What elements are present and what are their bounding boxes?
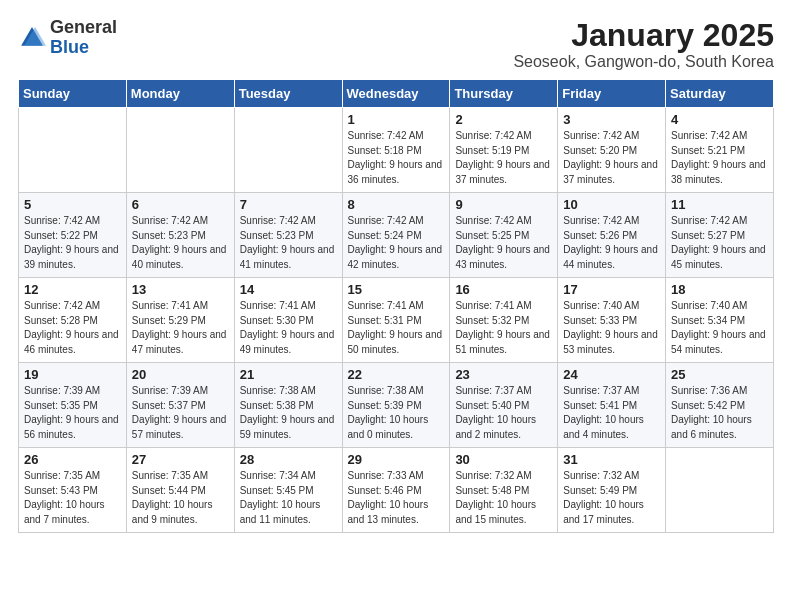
day-number: 4: [671, 112, 768, 127]
logo-text: General Blue: [50, 18, 117, 58]
day-number: 21: [240, 367, 337, 382]
calendar-week-row: 26Sunrise: 7:35 AM Sunset: 5:43 PM Dayli…: [19, 448, 774, 533]
table-row: 2Sunrise: 7:42 AM Sunset: 5:19 PM Daylig…: [450, 108, 558, 193]
table-row: 24Sunrise: 7:37 AM Sunset: 5:41 PM Dayli…: [558, 363, 666, 448]
logo-general: General: [50, 17, 117, 37]
day-number: 23: [455, 367, 552, 382]
day-content: Sunrise: 7:41 AM Sunset: 5:32 PM Dayligh…: [455, 299, 552, 357]
day-content: Sunrise: 7:41 AM Sunset: 5:31 PM Dayligh…: [348, 299, 445, 357]
table-row: 28Sunrise: 7:34 AM Sunset: 5:45 PM Dayli…: [234, 448, 342, 533]
table-row: 18Sunrise: 7:40 AM Sunset: 5:34 PM Dayli…: [666, 278, 774, 363]
table-row: 5Sunrise: 7:42 AM Sunset: 5:22 PM Daylig…: [19, 193, 127, 278]
col-thursday: Thursday: [450, 80, 558, 108]
day-content: Sunrise: 7:42 AM Sunset: 5:26 PM Dayligh…: [563, 214, 660, 272]
header: General Blue January 2025 Seoseok, Gangw…: [18, 18, 774, 71]
day-content: Sunrise: 7:39 AM Sunset: 5:35 PM Dayligh…: [24, 384, 121, 442]
day-content: Sunrise: 7:42 AM Sunset: 5:23 PM Dayligh…: [132, 214, 229, 272]
day-content: Sunrise: 7:35 AM Sunset: 5:43 PM Dayligh…: [24, 469, 121, 527]
day-content: Sunrise: 7:32 AM Sunset: 5:49 PM Dayligh…: [563, 469, 660, 527]
day-number: 27: [132, 452, 229, 467]
calendar-week-row: 1Sunrise: 7:42 AM Sunset: 5:18 PM Daylig…: [19, 108, 774, 193]
col-tuesday: Tuesday: [234, 80, 342, 108]
day-number: 24: [563, 367, 660, 382]
page-title: January 2025: [513, 18, 774, 53]
day-number: 13: [132, 282, 229, 297]
day-content: Sunrise: 7:39 AM Sunset: 5:37 PM Dayligh…: [132, 384, 229, 442]
table-row: 30Sunrise: 7:32 AM Sunset: 5:48 PM Dayli…: [450, 448, 558, 533]
table-row: 27Sunrise: 7:35 AM Sunset: 5:44 PM Dayli…: [126, 448, 234, 533]
day-number: 8: [348, 197, 445, 212]
day-number: 16: [455, 282, 552, 297]
day-content: Sunrise: 7:37 AM Sunset: 5:41 PM Dayligh…: [563, 384, 660, 442]
table-row: 10Sunrise: 7:42 AM Sunset: 5:26 PM Dayli…: [558, 193, 666, 278]
day-content: Sunrise: 7:34 AM Sunset: 5:45 PM Dayligh…: [240, 469, 337, 527]
day-number: 26: [24, 452, 121, 467]
day-content: Sunrise: 7:42 AM Sunset: 5:19 PM Dayligh…: [455, 129, 552, 187]
calendar-week-row: 19Sunrise: 7:39 AM Sunset: 5:35 PM Dayli…: [19, 363, 774, 448]
table-row: 3Sunrise: 7:42 AM Sunset: 5:20 PM Daylig…: [558, 108, 666, 193]
table-row: [666, 448, 774, 533]
table-row: 6Sunrise: 7:42 AM Sunset: 5:23 PM Daylig…: [126, 193, 234, 278]
logo-icon: [18, 24, 46, 52]
day-content: Sunrise: 7:42 AM Sunset: 5:28 PM Dayligh…: [24, 299, 121, 357]
col-wednesday: Wednesday: [342, 80, 450, 108]
page-subtitle: Seoseok, Gangwon-do, South Korea: [513, 53, 774, 71]
day-content: Sunrise: 7:38 AM Sunset: 5:38 PM Dayligh…: [240, 384, 337, 442]
day-number: 5: [24, 197, 121, 212]
day-number: 18: [671, 282, 768, 297]
day-content: Sunrise: 7:41 AM Sunset: 5:30 PM Dayligh…: [240, 299, 337, 357]
day-content: Sunrise: 7:42 AM Sunset: 5:23 PM Dayligh…: [240, 214, 337, 272]
table-row: 17Sunrise: 7:40 AM Sunset: 5:33 PM Dayli…: [558, 278, 666, 363]
day-content: Sunrise: 7:37 AM Sunset: 5:40 PM Dayligh…: [455, 384, 552, 442]
table-row: 7Sunrise: 7:42 AM Sunset: 5:23 PM Daylig…: [234, 193, 342, 278]
day-content: Sunrise: 7:32 AM Sunset: 5:48 PM Dayligh…: [455, 469, 552, 527]
table-row: 13Sunrise: 7:41 AM Sunset: 5:29 PM Dayli…: [126, 278, 234, 363]
day-content: Sunrise: 7:41 AM Sunset: 5:29 PM Dayligh…: [132, 299, 229, 357]
calendar-week-row: 12Sunrise: 7:42 AM Sunset: 5:28 PM Dayli…: [19, 278, 774, 363]
table-row: 19Sunrise: 7:39 AM Sunset: 5:35 PM Dayli…: [19, 363, 127, 448]
day-content: Sunrise: 7:38 AM Sunset: 5:39 PM Dayligh…: [348, 384, 445, 442]
day-number: 11: [671, 197, 768, 212]
table-row: 1Sunrise: 7:42 AM Sunset: 5:18 PM Daylig…: [342, 108, 450, 193]
calendar-week-row: 5Sunrise: 7:42 AM Sunset: 5:22 PM Daylig…: [19, 193, 774, 278]
table-row: [19, 108, 127, 193]
day-number: 12: [24, 282, 121, 297]
day-content: Sunrise: 7:42 AM Sunset: 5:25 PM Dayligh…: [455, 214, 552, 272]
day-number: 14: [240, 282, 337, 297]
day-number: 1: [348, 112, 445, 127]
day-content: Sunrise: 7:35 AM Sunset: 5:44 PM Dayligh…: [132, 469, 229, 527]
table-row: 4Sunrise: 7:42 AM Sunset: 5:21 PM Daylig…: [666, 108, 774, 193]
day-number: 30: [455, 452, 552, 467]
logo: General Blue: [18, 18, 117, 58]
calendar: Sunday Monday Tuesday Wednesday Thursday…: [18, 79, 774, 533]
day-content: Sunrise: 7:42 AM Sunset: 5:21 PM Dayligh…: [671, 129, 768, 187]
day-number: 25: [671, 367, 768, 382]
table-row: 9Sunrise: 7:42 AM Sunset: 5:25 PM Daylig…: [450, 193, 558, 278]
day-content: Sunrise: 7:36 AM Sunset: 5:42 PM Dayligh…: [671, 384, 768, 442]
day-number: 10: [563, 197, 660, 212]
day-number: 29: [348, 452, 445, 467]
calendar-header-row: Sunday Monday Tuesday Wednesday Thursday…: [19, 80, 774, 108]
table-row: 20Sunrise: 7:39 AM Sunset: 5:37 PM Dayli…: [126, 363, 234, 448]
table-row: 22Sunrise: 7:38 AM Sunset: 5:39 PM Dayli…: [342, 363, 450, 448]
day-content: Sunrise: 7:42 AM Sunset: 5:27 PM Dayligh…: [671, 214, 768, 272]
table-row: 12Sunrise: 7:42 AM Sunset: 5:28 PM Dayli…: [19, 278, 127, 363]
day-number: 3: [563, 112, 660, 127]
day-content: Sunrise: 7:42 AM Sunset: 5:20 PM Dayligh…: [563, 129, 660, 187]
day-number: 7: [240, 197, 337, 212]
day-number: 31: [563, 452, 660, 467]
col-saturday: Saturday: [666, 80, 774, 108]
table-row: 8Sunrise: 7:42 AM Sunset: 5:24 PM Daylig…: [342, 193, 450, 278]
day-number: 15: [348, 282, 445, 297]
day-number: 19: [24, 367, 121, 382]
table-row: 14Sunrise: 7:41 AM Sunset: 5:30 PM Dayli…: [234, 278, 342, 363]
table-row: 26Sunrise: 7:35 AM Sunset: 5:43 PM Dayli…: [19, 448, 127, 533]
table-row: 15Sunrise: 7:41 AM Sunset: 5:31 PM Dayli…: [342, 278, 450, 363]
table-row: [234, 108, 342, 193]
day-number: 2: [455, 112, 552, 127]
col-sunday: Sunday: [19, 80, 127, 108]
day-number: 28: [240, 452, 337, 467]
logo-blue: Blue: [50, 37, 89, 57]
day-number: 20: [132, 367, 229, 382]
page: General Blue January 2025 Seoseok, Gangw…: [0, 0, 792, 543]
